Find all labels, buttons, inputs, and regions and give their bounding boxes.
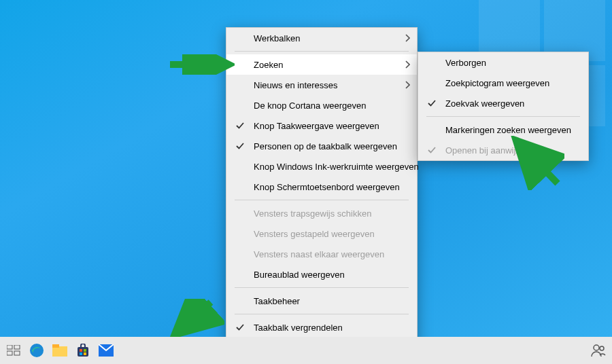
taskbar-left: [5, 342, 114, 359]
menu-item-label: Werkbalken: [254, 33, 300, 43]
taskbar-context-menu-item: Vensters gestapeld weergeven: [226, 223, 417, 244]
menu-separator: [426, 116, 580, 117]
taskbar-context-menu-item[interactable]: Bureaublad weergeven: [226, 264, 417, 285]
menu-item-label: De knop Cortana weergeven: [254, 101, 367, 111]
chevron-right-icon: [405, 81, 410, 89]
taskbar-context-menu-item: Vensters naast elkaar weergeven: [226, 244, 417, 264]
taskbar-context-menu-item[interactable]: Werkbalken: [226, 28, 417, 48]
menu-separator: [235, 51, 409, 52]
annotation-arrow-zoeken: [170, 54, 235, 75]
menu-item-label: Taakbalk vergrendelen: [254, 323, 343, 333]
taskbar-context-menu-item[interactable]: Zoeken: [226, 54, 417, 75]
mail-icon[interactable]: [98, 342, 114, 359]
svg-rect-3: [7, 345, 12, 349]
svg-rect-13: [80, 352, 82, 355]
menu-item-label: Taakbeheer: [254, 296, 300, 306]
taskbar-context-menu-item[interactable]: Knop Taakweergave weergeven: [226, 115, 417, 136]
taskbar-context-menu-item[interactable]: Taakbeheer: [226, 291, 417, 311]
taskbar[interactable]: [0, 337, 612, 364]
taskbar-context-menu-item[interactable]: Knop Schermtoetsenbord weergeven: [226, 177, 417, 197]
check-icon: [428, 99, 436, 107]
svg-rect-4: [14, 345, 20, 349]
task-view-icon[interactable]: [5, 342, 22, 359]
annotation-arrow-taskbar: [170, 299, 224, 340]
svg-point-16: [594, 345, 599, 350]
svg-line-2: [177, 302, 211, 333]
menu-item-label: Bureaublad weergeven: [254, 270, 345, 280]
file-explorer-icon[interactable]: [52, 342, 68, 359]
menu-item-label: Vensters trapsgewijs schikken: [254, 208, 371, 219]
svg-rect-6: [14, 351, 20, 355]
menu-separator: [235, 314, 409, 314]
menu-item-label: Zoekvak weergeven: [445, 98, 524, 109]
menu-item-label: Knop Taakweergave weergeven: [254, 121, 379, 131]
svg-rect-10: [78, 347, 88, 357]
menu-item-label: Knop Windows Ink-werkruimte weergeven: [254, 162, 419, 172]
desktop: WerkbalkenZoekenNieuws en interessesDe k…: [0, 0, 612, 364]
chevron-right-icon: [405, 60, 410, 69]
chevron-right-icon: [405, 34, 410, 42]
annotation-arrow-markeringen: [510, 136, 564, 190]
search-submenu-item[interactable]: Zoekpictogram weergeven: [418, 73, 588, 93]
menu-item-label: Verborgen: [445, 58, 486, 68]
taskbar-context-menu-item[interactable]: De knop Cortana weergeven: [226, 95, 417, 115]
menu-separator: [235, 200, 409, 200]
svg-rect-8: [52, 346, 67, 357]
taskbar-context-menu-item[interactable]: Personen op de taakbalk weergeven: [226, 136, 417, 156]
check-icon: [236, 122, 244, 130]
menu-separator: [235, 287, 409, 288]
taskbar-context-menu-item[interactable]: Nieuws en interesses: [226, 75, 417, 95]
menu-item-label: Vensters naast elkaar weergeven: [254, 249, 384, 259]
check-icon: [236, 323, 244, 331]
search-submenu-item[interactable]: Zoekvak weergeven: [418, 93, 588, 113]
taskbar-context-menu-item[interactable]: Knop Windows Ink-werkruimte weergeven: [226, 156, 417, 177]
menu-item-label: Personen op de taakbalk weergeven: [254, 141, 397, 151]
taskbar-context-menu: WerkbalkenZoekenNieuws en interessesDe k…: [226, 27, 418, 359]
svg-line-1: [518, 143, 558, 183]
microsoft-store-icon[interactable]: [75, 342, 91, 359]
taskbar-context-menu-item: Vensters trapsgewijs schikken: [226, 203, 417, 223]
people-icon[interactable]: [590, 342, 607, 359]
menu-item-label: Vensters gestapeld weergeven: [254, 229, 375, 239]
menu-item-label: Zoekpictogram weergeven: [445, 78, 549, 88]
svg-rect-12: [84, 349, 86, 352]
check-icon: [236, 142, 244, 150]
svg-rect-11: [80, 349, 82, 352]
taskbar-context-menu-item[interactable]: Taakbalk vergrendelen: [226, 317, 417, 338]
search-submenu-item[interactable]: Verborgen: [418, 52, 588, 73]
taskbar-right: [590, 342, 607, 359]
menu-item-label: Nieuws en interesses: [254, 80, 338, 90]
svg-rect-9: [52, 344, 59, 348]
menu-item-label: Markeringen zoeken weergeven: [445, 125, 571, 135]
menu-item-label: Zoeken: [254, 60, 283, 70]
svg-rect-5: [7, 351, 12, 355]
svg-point-17: [600, 346, 604, 350]
svg-rect-14: [84, 352, 86, 355]
check-icon: [428, 146, 436, 154]
menu-item-label: Knop Schermtoetsenbord weergeven: [254, 182, 400, 192]
edge-icon[interactable]: [29, 342, 45, 359]
